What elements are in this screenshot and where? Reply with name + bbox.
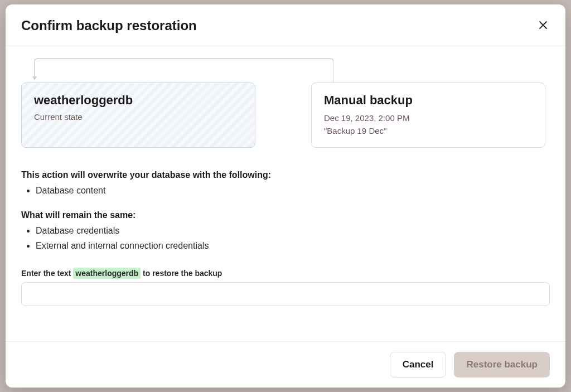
confirm-input[interactable] xyxy=(21,282,550,306)
backup-label: "Backup 19 Dec" xyxy=(324,125,533,138)
list-item: External and internal connection credent… xyxy=(36,239,550,253)
close-button[interactable] xyxy=(536,18,550,33)
confirm-restore-modal: Confirm backup restoration weatherlogger… xyxy=(6,4,565,388)
modal-header: Confirm backup restoration xyxy=(6,4,565,46)
restore-backup-button[interactable]: Restore backup xyxy=(454,352,550,378)
restore-cards: weatherloggerdb Current state Manual bac… xyxy=(21,83,550,148)
same-heading: What will remain the same: xyxy=(21,210,550,220)
modal-title: Confirm backup restoration xyxy=(21,18,197,33)
modal-footer: Cancel Restore backup xyxy=(6,341,565,388)
close-icon xyxy=(539,21,548,32)
same-list: Database credentials External and intern… xyxy=(21,224,550,253)
confirm-label: Enter the text weatherloggerdb to restor… xyxy=(21,269,550,278)
arrow-connector-icon xyxy=(32,57,333,85)
confirm-highlight-text: weatherloggerdb xyxy=(73,268,141,279)
backup-date: Dec 19, 2023, 2:00 PM xyxy=(324,112,533,125)
confirm-label-prefix: Enter the text xyxy=(21,269,71,278)
overwrite-list: Database content xyxy=(21,183,550,198)
backup-title: Manual backup xyxy=(324,93,533,108)
list-item: Database credentials xyxy=(36,224,550,238)
backup-card: Manual backup Dec 19, 2023, 2:00 PM "Bac… xyxy=(311,83,545,148)
same-section: What will remain the same: Database cred… xyxy=(21,210,550,253)
current-db-name: weatherloggerdb xyxy=(34,93,243,108)
list-item: Database content xyxy=(36,183,550,198)
overwrite-heading: This action will overwrite your database… xyxy=(21,170,550,180)
current-state-label: Current state xyxy=(34,112,243,122)
overwrite-section: This action will overwrite your database… xyxy=(21,170,550,198)
current-state-card: weatherloggerdb Current state xyxy=(21,83,255,148)
confirm-label-suffix: to restore the backup xyxy=(143,269,222,278)
modal-body: weatherloggerdb Current state Manual bac… xyxy=(6,46,565,341)
cancel-button[interactable]: Cancel xyxy=(390,352,447,378)
